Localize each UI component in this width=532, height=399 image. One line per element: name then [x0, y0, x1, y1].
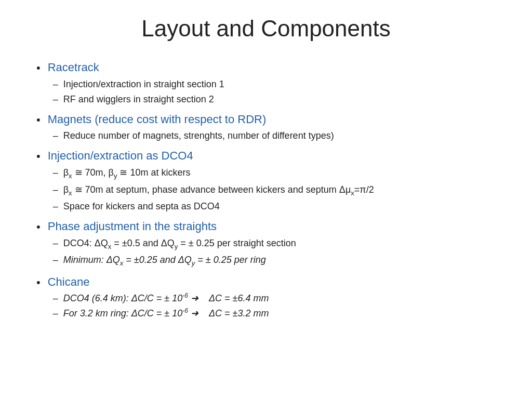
list-item: – Reduce number of magnets, strenghts, n… [53, 129, 501, 142]
dash-icon: – [53, 307, 58, 320]
list-item: – Minimum: ΔQx = ±0.25 and ΔQy = ± 0.25 … [53, 253, 501, 268]
magnets-sublist: – Reduce number of magnets, strenghts, n… [53, 129, 501, 142]
sub-text: βx ≅ 70m at septum, phase advance betwee… [63, 183, 501, 198]
magnets-heading: Magnets (reduce cost with respect to RDR… [48, 113, 267, 126]
phase-heading: Phase adjustment in the straights [48, 220, 217, 233]
bullet-racetrack: • [36, 61, 41, 75]
dash-icon: – [53, 183, 58, 196]
magnets-content: Magnets (reduce cost with respect to RDR… [48, 112, 501, 145]
dash-icon: – [53, 200, 58, 213]
chicane-sublist: – DCO4 (6.4 km): ΔC/C = ± 10-6 ➜ ΔC = ±6… [53, 291, 501, 320]
list-item: – βx ≅ 70m, βy ≅ 10m at kickers [53, 166, 501, 181]
dash-icon: – [53, 129, 58, 142]
sub-text: Injection/extraction in straight section… [63, 77, 501, 91]
sub-text: RF and wigglers in straight section 2 [63, 92, 501, 106]
bullet-chicane: • [36, 276, 41, 289]
sub-text: Reduce number of magnets, strenghts, num… [63, 129, 501, 142]
list-item: – RF and wigglers in straight section 2 [53, 92, 501, 106]
list-item: – Space for kickers and septa as DCO4 [53, 200, 501, 213]
sub-text: Space for kickers and septa as DCO4 [63, 200, 501, 213]
list-item: – For 3.2 km ring: ΔC/C = ± 10-6 ➜ ΔC = … [53, 307, 501, 320]
phase-content: Phase adjustment in the straights – DCO4… [48, 219, 501, 270]
list-item: – Injection/extraction in straight secti… [53, 77, 501, 91]
racetrack-heading: Racetrack [48, 61, 99, 74]
list-item-racetrack: • Racetrack – Injection/extraction in st… [36, 60, 501, 108]
dash-icon: – [53, 92, 58, 106]
list-item: – DCO4 (6.4 km): ΔC/C = ± 10-6 ➜ ΔC = ±6… [53, 291, 501, 305]
sub-text: Minimum: ΔQx = ±0.25 and ΔQy = ± 0.25 pe… [63, 253, 501, 268]
bullet-injection: • [36, 150, 41, 163]
list-item-phase: • Phase adjustment in the straights – DC… [36, 219, 501, 270]
sub-text: DCO4 (6.4 km): ΔC/C = ± 10-6 ➜ ΔC = ±6.4… [63, 291, 501, 305]
chicane-content: Chicane – DCO4 (6.4 km): ΔC/C = ± 10-6 ➜… [48, 275, 501, 323]
bullet-phase: • [36, 220, 41, 234]
dash-icon: – [53, 253, 58, 267]
chicane-heading: Chicane [48, 275, 90, 288]
dash-icon: – [53, 77, 58, 91]
injection-heading: Injection/extraction as DCO4 [48, 149, 193, 162]
sub-text: For 3.2 km ring: ΔC/C = ± 10-6 ➜ ΔC = ±3… [63, 307, 501, 320]
sub-text: DCO4: ΔQx = ±0.5 and ΔQy = ± 0.25 per st… [63, 236, 501, 251]
dash-icon: – [53, 236, 58, 250]
main-list: • Racetrack – Injection/extraction in st… [36, 60, 501, 322]
racetrack-content: Racetrack – Injection/extraction in stra… [48, 60, 501, 108]
phase-sublist: – DCO4: ΔQx = ±0.5 and ΔQy = ± 0.25 per … [53, 236, 501, 269]
list-item: – DCO4: ΔQx = ±0.5 and ΔQy = ± 0.25 per … [53, 236, 501, 251]
dash-icon: – [53, 166, 58, 179]
racetrack-sublist: – Injection/extraction in straight secti… [53, 77, 501, 106]
injection-content: Injection/extraction as DCO4 – βx ≅ 70m,… [48, 149, 501, 215]
main-content: • Racetrack – Injection/extraction in st… [31, 60, 501, 322]
injection-sublist: – βx ≅ 70m, βy ≅ 10m at kickers – βx ≅ 7… [53, 166, 501, 213]
bullet-magnets: • [36, 113, 41, 127]
list-item-magnets: • Magnets (reduce cost with respect to R… [36, 112, 501, 145]
page-title: Layout and Components [31, 16, 501, 42]
list-item-injection: • Injection/extraction as DCO4 – βx ≅ 70… [36, 149, 501, 215]
sub-text: βx ≅ 70m, βy ≅ 10m at kickers [63, 166, 501, 181]
list-item: – βx ≅ 70m at septum, phase advance betw… [53, 183, 501, 198]
dash-icon: – [53, 291, 58, 305]
list-item-chicane: • Chicane – DCO4 (6.4 km): ΔC/C = ± 10-6… [36, 275, 501, 323]
